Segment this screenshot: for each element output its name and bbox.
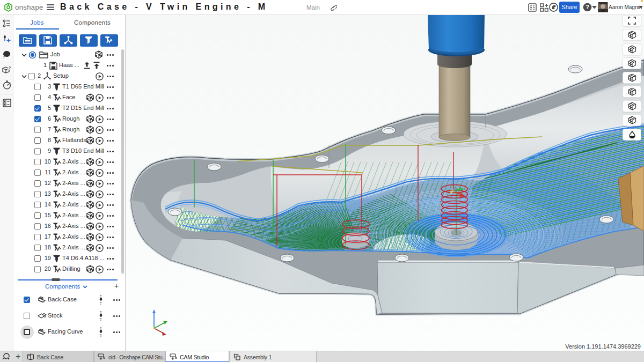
svg-text:?: ? (9, 65, 11, 70)
svg-text:?: ? (586, 4, 589, 10)
